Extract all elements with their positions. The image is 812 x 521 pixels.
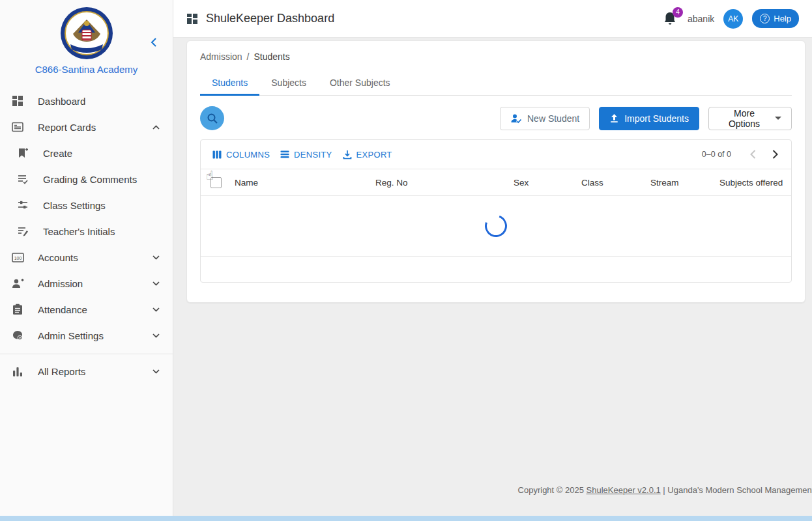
upload-icon: [609, 113, 619, 123]
more-options-button[interactable]: More Options: [708, 107, 792, 130]
columns-label: COLUMNS: [226, 150, 270, 160]
sidebar-item-accounts[interactable]: 100 Accounts: [0, 244, 173, 270]
person-add-icon: [510, 113, 522, 124]
columns-button[interactable]: COLUMNS: [207, 146, 275, 163]
tab-students[interactable]: Students: [200, 71, 259, 95]
column-header-reg-no[interactable]: Reg. No: [371, 178, 510, 188]
sidebar-item-all-reports[interactable]: All Reports: [0, 358, 173, 384]
chevron-left-icon: [750, 150, 756, 159]
sidebar-item-label: All Reports: [38, 366, 152, 377]
sidebar-item-label: Grading & Comments: [43, 174, 160, 185]
avatar[interactable]: AK: [723, 9, 743, 29]
column-header-subjects-offered[interactable]: Subjects offered: [716, 178, 791, 188]
chevron-down-icon: [152, 333, 160, 338]
academy-name: C866-Santina Academy: [0, 64, 173, 75]
column-header-sex[interactable]: Sex: [510, 178, 577, 188]
breadcrumb-parent[interactable]: Admission: [200, 51, 242, 62]
previous-page-button[interactable]: [743, 145, 762, 164]
top-bar: ShuleKeeper Dashboard 4 abanik AK ? Help: [173, 0, 812, 38]
select-all-cell: ☝: [201, 177, 231, 188]
action-buttons: New Student Import Students More Options: [500, 107, 792, 130]
chevron-down-icon: [152, 307, 160, 312]
all-reports-icon: [10, 364, 25, 378]
sidebar-item-attendance[interactable]: Attendance: [0, 296, 173, 322]
select-all-checkbox[interactable]: [210, 177, 222, 188]
sidebar-item-label: Attendance: [38, 304, 152, 315]
breadcrumb: Admission / Students: [200, 51, 792, 62]
sidebar-item-admission[interactable]: Admission: [0, 270, 173, 296]
students-data-grid: COLUMNS DENSITY EXPORT 0–0 of 0: [200, 139, 792, 283]
create-icon: [16, 146, 30, 160]
chevron-down-icon: [152, 369, 160, 374]
export-button[interactable]: EXPORT: [338, 146, 398, 163]
sidebar-item-label: Class Settings: [43, 200, 160, 211]
search-button[interactable]: [200, 106, 224, 130]
sidebar-item-admin-settings[interactable]: Admin Settings: [0, 322, 173, 348]
grid-header-row: ☝ Name Reg. No Sex Class Stream Subjects…: [201, 169, 791, 196]
notification-badge: 4: [673, 7, 683, 18]
more-options-label: More Options: [719, 108, 770, 129]
admission-icon: [10, 276, 25, 290]
sidebar-item-label: Teacher's Initials: [43, 226, 160, 237]
notifications-button[interactable]: 4: [663, 11, 678, 27]
admin-settings-icon: [10, 328, 25, 343]
help-question-icon: ?: [760, 14, 770, 23]
sidebar-item-teachers-initials[interactable]: Teacher's Initials: [0, 218, 173, 244]
grid-pagination: 0–0 of 0: [702, 145, 785, 164]
sidebar-item-class-settings[interactable]: Class Settings: [0, 192, 173, 218]
density-button[interactable]: DENSITY: [275, 146, 337, 163]
grid-body: [201, 196, 791, 256]
download-icon: [343, 150, 352, 160]
import-students-button[interactable]: Import Students: [599, 107, 699, 130]
density-icon: [280, 150, 289, 158]
grid-toolbar: COLUMNS DENSITY EXPORT 0–0 of 0: [201, 140, 791, 169]
new-student-button[interactable]: New Student: [500, 107, 590, 130]
sidebar-collapse-icon[interactable]: [151, 38, 157, 47]
breadcrumb-separator: /: [247, 51, 250, 62]
sidebar-item-label: Create: [43, 148, 160, 159]
tab-other-subjects[interactable]: Other Subjects: [318, 71, 402, 95]
sidebar-item-report-cards[interactable]: Report Cards: [0, 114, 173, 140]
report-cards-icon: [10, 120, 25, 134]
footer-suffix: | Uganda's Modern School Management: [661, 485, 812, 495]
sidebar-item-label: Dashboard: [38, 96, 160, 107]
username-label: abanik: [688, 14, 714, 24]
loading-spinner: [481, 211, 510, 240]
sidebar-item-label: Admission: [38, 278, 152, 289]
grading-comments-icon: [16, 172, 30, 186]
sidebar-item-label: Report Cards: [38, 122, 152, 133]
tab-subjects[interactable]: Subjects: [259, 71, 318, 95]
help-button[interactable]: ? Help: [752, 9, 799, 28]
export-label: EXPORT: [356, 150, 392, 160]
main-content: Admission / Students Students Subjects O…: [173, 38, 812, 516]
search-icon: [207, 113, 218, 124]
tab-bar: Students Subjects Other Subjects: [200, 71, 792, 96]
sidebar-item-dashboard[interactable]: Dashboard: [0, 88, 173, 114]
breadcrumb-current: Students: [254, 51, 289, 62]
column-header-name[interactable]: Name: [231, 178, 371, 188]
sidebar-item-create[interactable]: Create: [0, 140, 173, 166]
action-row: New Student Import Students More Options: [200, 106, 792, 130]
columns-icon: [212, 150, 222, 159]
version-link[interactable]: ShuleKeeper v2.0.1: [587, 485, 661, 495]
density-label: DENSITY: [294, 150, 332, 160]
sidebar-item-label: Accounts: [38, 252, 152, 263]
chevron-up-icon: [152, 125, 160, 130]
accounts-icon: 100: [10, 250, 25, 264]
dashboard-icon: [10, 94, 25, 108]
bottom-edge-strip: [0, 516, 812, 521]
column-header-stream[interactable]: Stream: [646, 178, 716, 188]
logo-area: C866-Santina Academy: [0, 0, 173, 75]
copyright-text: Copyright © 2025: [518, 485, 587, 495]
sidebar-item-label: Admin Settings: [38, 330, 152, 341]
column-header-class[interactable]: Class: [577, 178, 646, 188]
chevron-right-icon: [772, 150, 778, 159]
academy-seal-logo: [60, 7, 113, 60]
next-page-button[interactable]: [765, 145, 785, 164]
chevron-down-icon: [152, 255, 160, 260]
grid-footer: [201, 256, 791, 282]
page-title: ShuleKeeper Dashboard: [206, 12, 334, 25]
sidebar-item-grading-comments[interactable]: Grading & Comments: [0, 166, 173, 192]
sidebar-divider: [0, 354, 173, 354]
svg-text:100: 100: [14, 255, 22, 260]
